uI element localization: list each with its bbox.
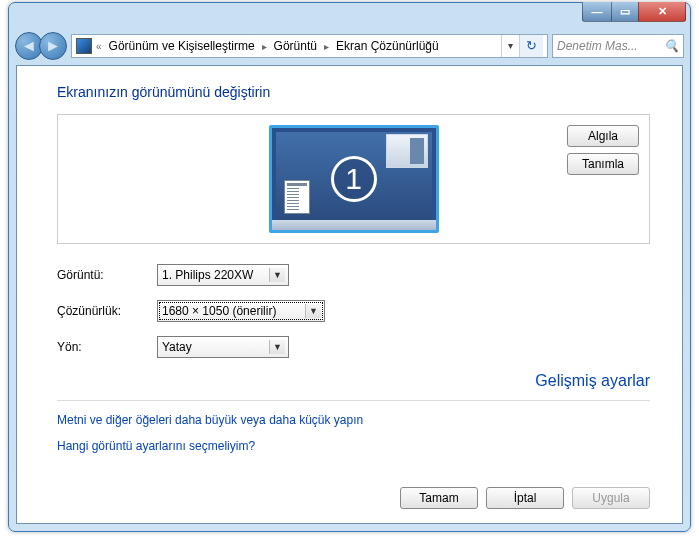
apply-button: Uygula	[572, 487, 650, 509]
resolution-select[interactable]: 1680 × 1050 (önerilir) ▼	[157, 300, 325, 322]
secondary-monitor-icon	[386, 134, 428, 168]
monitor-number: 1	[331, 156, 377, 202]
text-size-link[interactable]: Metni ve diğer öğeleri daha büyük veya d…	[57, 413, 363, 427]
page-title: Ekranınızın görünümünü değiştirin	[57, 84, 650, 100]
display-select[interactable]: 1. Philips 220XW ▼	[157, 264, 289, 286]
breadcrumb-seg-resolution[interactable]: Ekran Çözünürlüğü	[333, 39, 442, 53]
ok-button[interactable]: Tamam	[400, 487, 478, 509]
display-preview: 1 Algıla Tanımla	[57, 114, 650, 244]
cancel-button[interactable]: İptal	[486, 487, 564, 509]
taskbar-icon	[272, 220, 436, 230]
search-icon: 🔍	[664, 39, 679, 53]
minimize-button[interactable]: ―	[582, 2, 612, 22]
chevron-down-icon: ▼	[269, 340, 285, 354]
content-pane: Ekranınızın görünümünü değiştirin 1 Algı…	[16, 65, 683, 524]
search-placeholder: Denetim Mas...	[557, 39, 664, 53]
chevron-down-icon: ▼	[305, 304, 321, 318]
advanced-settings-link[interactable]: Gelişmiş ayarlar	[535, 372, 650, 389]
address-bar[interactable]: « Görünüm ve Kişiselleştirme ▸ Görüntü ▸…	[71, 34, 548, 58]
maximize-button[interactable]: ▭	[611, 2, 639, 22]
close-button[interactable]: ✕	[638, 2, 686, 22]
separator	[57, 400, 650, 401]
nav-buttons: ◄ ►	[15, 32, 67, 60]
display-value: 1. Philips 220XW	[162, 268, 253, 282]
control-panel-window: ― ▭ ✕ ◄ ► « Görünüm ve Kişiselleştirme ▸…	[8, 2, 691, 532]
chevron-right-icon: ▸	[322, 41, 331, 52]
chevron-right-icon: ▸	[260, 41, 269, 52]
control-panel-icon	[76, 38, 92, 54]
window-icon	[284, 180, 310, 214]
identify-button[interactable]: Tanımla	[567, 153, 639, 175]
breadcrumb-seg-display[interactable]: Görüntü	[271, 39, 320, 53]
search-input[interactable]: Denetim Mas... 🔍	[552, 34, 684, 58]
chevron-down-icon: ▼	[269, 268, 285, 282]
refresh-button[interactable]: ↻	[519, 35, 543, 57]
breadcrumb-seg-appearance[interactable]: Görünüm ve Kişiselleştirme	[106, 39, 258, 53]
resolution-value: 1680 × 1050 (önerilir)	[162, 304, 276, 318]
breadcrumb-prefix: «	[94, 41, 104, 52]
nav-row: ◄ ► « Görünüm ve Kişiselleştirme ▸ Görün…	[9, 29, 690, 63]
detect-button[interactable]: Algıla	[567, 125, 639, 147]
resolution-label: Çözünürlük:	[57, 304, 157, 318]
display-label: Görüntü:	[57, 268, 157, 282]
address-dropdown-icon[interactable]: ▾	[501, 35, 519, 57]
orientation-value: Yatay	[162, 340, 192, 354]
titlebar: ― ▭ ✕	[9, 2, 690, 28]
orientation-select[interactable]: Yatay ▼	[157, 336, 289, 358]
orientation-label: Yön:	[57, 340, 157, 354]
monitor-thumbnail[interactable]: 1	[269, 125, 439, 233]
dialog-buttons: Tamam İptal Uygula	[400, 487, 650, 509]
which-settings-link[interactable]: Hangi görüntü ayarlarını seçmeliyim?	[57, 439, 255, 453]
forward-button[interactable]: ►	[39, 32, 67, 60]
